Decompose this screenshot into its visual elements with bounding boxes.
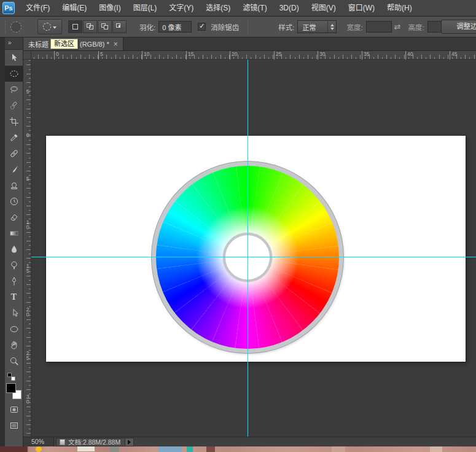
default-colors-icon[interactable] xyxy=(7,373,15,381)
tool-eraser[interactable] xyxy=(5,209,23,225)
tool-ellipse-marquee[interactable] xyxy=(5,66,23,82)
add-to-selection-button[interactable] xyxy=(83,20,97,33)
spot-healing-icon xyxy=(9,149,19,158)
chevron-down-icon xyxy=(53,26,57,31)
intersect-selection-button[interactable] xyxy=(112,20,127,33)
ruler-row: 0 5 10 15 20 25 30 35 40 45 xyxy=(23,51,476,60)
document-tab[interactable]: 未标题 新选区 (RGB/8) * × xyxy=(23,37,123,50)
canvas-pasteboard[interactable] xyxy=(31,60,476,437)
tool-spot-healing-brush[interactable] xyxy=(5,146,23,162)
ruler-number: 0 xyxy=(54,51,59,60)
tool-crop[interactable] xyxy=(5,114,23,130)
taskbar-strip xyxy=(0,446,476,452)
width-input[interactable] xyxy=(366,21,392,33)
menu-item-3d[interactable]: 3D(D) xyxy=(273,0,305,16)
tool-dodge[interactable] xyxy=(5,257,23,273)
spinner-arrows-icon xyxy=(327,21,336,33)
ruler-number: 25 xyxy=(25,350,31,360)
width-label: 宽度: xyxy=(346,22,362,32)
tool-type[interactable]: T xyxy=(5,289,23,305)
options-bar-grip[interactable] xyxy=(5,21,7,33)
menu-bar: Ps 文件(F) 编辑(E) 图像(I) 图层(L) 文字(Y) 选择(S) 滤… xyxy=(0,0,476,17)
close-tab-icon[interactable]: × xyxy=(114,40,118,49)
ruler-number: 0 xyxy=(25,132,31,137)
menu-item-layer[interactable]: 图层(L) xyxy=(127,0,163,16)
style-label: 样式: xyxy=(278,22,294,32)
horizontal-ruler[interactable]: 0 5 10 15 20 25 30 35 40 45 xyxy=(31,51,476,60)
brush-icon xyxy=(9,165,19,174)
pen-icon xyxy=(9,276,19,286)
dodge-icon xyxy=(9,260,19,270)
tool-lasso[interactable] xyxy=(5,82,23,98)
guide-vertical[interactable] xyxy=(248,60,248,437)
toolbox-collapse-button[interactable]: » xyxy=(5,37,23,50)
tab-title-right: (RGB/8) * xyxy=(80,41,109,48)
swap-width-height-icon[interactable]: ⇄ xyxy=(394,22,401,31)
document-area: 未标题 新选区 (RGB/8) * × 0 5 10 15 20 25 30 3… xyxy=(23,37,476,446)
menu-item-image[interactable]: 图像(I) xyxy=(93,0,127,16)
tool-gradient[interactable] xyxy=(5,225,23,241)
eraser-icon xyxy=(9,212,19,222)
workspace: » xyxy=(0,37,476,446)
menu-item-help[interactable]: 帮助(H) xyxy=(381,0,418,16)
menu-item-window[interactable]: 窗口(W) xyxy=(342,0,381,16)
tool-hand[interactable] xyxy=(5,337,23,353)
menu-item-file[interactable]: 文件(F) xyxy=(20,0,56,16)
tool-ellipse-shape[interactable] xyxy=(5,321,23,337)
height-label: 高度: xyxy=(408,22,424,32)
gradient-icon xyxy=(9,228,19,238)
style-select[interactable]: 正常 xyxy=(297,20,337,33)
ruler-number: 40 xyxy=(405,51,413,60)
tab-title-left: 未标题 xyxy=(28,39,49,49)
ellipse-marquee-icon xyxy=(43,23,51,31)
lasso-icon xyxy=(9,85,19,95)
feather-label: 羽化: xyxy=(139,22,155,32)
antialias-checkbox[interactable] xyxy=(198,23,206,31)
tool-brush[interactable] xyxy=(5,162,23,177)
tool-eyedropper[interactable] xyxy=(5,130,23,146)
canvas-wrap: 5 0 5 10 15 20 25 30 xyxy=(23,60,476,437)
ruler-number: 10 xyxy=(142,51,149,60)
ruler-number: 30 xyxy=(25,394,31,403)
tool-quick-selection[interactable] xyxy=(5,98,23,114)
ruler-corner[interactable] xyxy=(23,51,31,60)
document-size-text: 文档:2.88M/2.88M xyxy=(68,437,120,446)
status-menu-arrow[interactable] xyxy=(125,438,133,446)
foreground-background-swatches[interactable] xyxy=(6,383,21,399)
tool-history-brush[interactable] xyxy=(5,193,23,209)
tool-zoom[interactable] xyxy=(5,353,23,369)
taskbar-thumbnail xyxy=(187,446,193,452)
taskbar-thumbnail xyxy=(332,446,345,452)
ruler-number: 45 xyxy=(450,51,457,60)
tool-clone-stamp[interactable] xyxy=(5,177,23,193)
ruler-number: 35 xyxy=(362,51,369,60)
menu-item-type[interactable]: 文字(Y) xyxy=(163,0,200,16)
refine-edge-button[interactable]: 调整边缘 xyxy=(441,20,476,34)
menu-item-filter[interactable]: 滤镜(T) xyxy=(236,0,273,16)
app-logo[interactable]: Ps xyxy=(2,2,15,14)
quick-selection-icon xyxy=(9,101,19,111)
foreground-color-swatch[interactable] xyxy=(6,383,16,393)
subtract-from-selection-button[interactable] xyxy=(98,20,112,33)
feather-input[interactable] xyxy=(158,21,192,33)
guide-horizontal[interactable] xyxy=(31,257,476,257)
menu-item-select[interactable]: 选择(S) xyxy=(200,0,236,16)
tool-blur[interactable] xyxy=(5,241,23,257)
document-canvas[interactable] xyxy=(46,136,466,362)
quick-mask-button[interactable] xyxy=(5,402,23,418)
menu-item-edit[interactable]: 编辑(E) xyxy=(56,0,93,16)
tool-pen[interactable] xyxy=(5,273,23,289)
taskbar-thumbnail xyxy=(77,446,95,451)
status-bar: 50% 文档:2.88M/2.88M xyxy=(23,437,476,446)
screen-mode-button[interactable] xyxy=(5,418,23,434)
tool-preset-picker[interactable] xyxy=(37,19,62,34)
new-selection-button[interactable] xyxy=(68,20,82,33)
ruler-number: 15 xyxy=(186,51,193,60)
zoom-level-field[interactable]: 50% xyxy=(23,437,54,446)
vertical-ruler[interactable]: 5 0 5 10 15 20 25 30 xyxy=(23,60,31,437)
tool-path-selection[interactable] xyxy=(5,305,23,321)
tool-move[interactable] xyxy=(5,50,23,66)
taskbar-thumbnail xyxy=(158,446,182,452)
blur-drop-icon xyxy=(9,244,19,254)
menu-item-view[interactable]: 视图(V) xyxy=(305,0,342,16)
